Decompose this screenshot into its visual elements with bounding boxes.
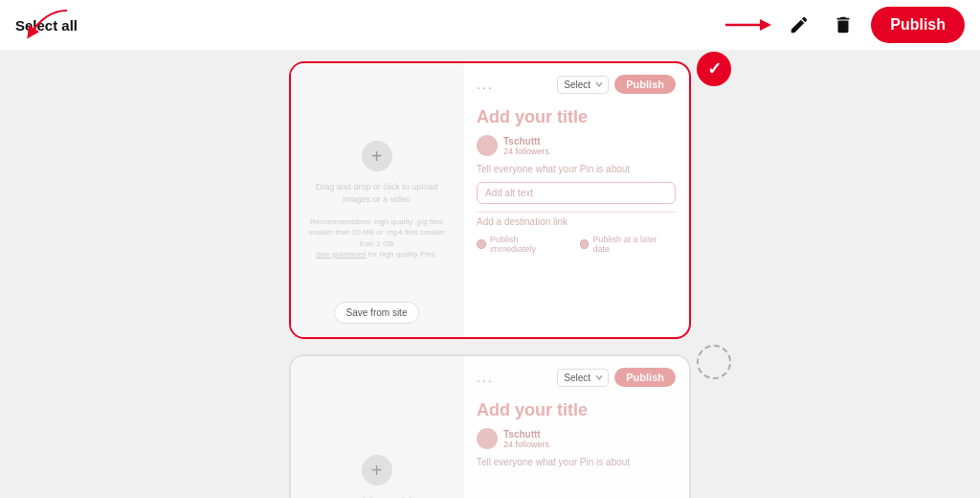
pin-details-area: ... Select Publish Add your title Tschut… bbox=[463, 63, 689, 337]
delete-button[interactable] bbox=[827, 9, 859, 41]
upload-recommendation: Recommendation: high quality .jpg files … bbox=[308, 216, 445, 260]
radio-later bbox=[580, 239, 590, 249]
upload-icon: + bbox=[362, 141, 392, 171]
header-actions: Publish bbox=[724, 7, 965, 43]
upload-area-2: + Drag and drop or click toupload images… bbox=[291, 356, 463, 498]
publish-later-label: Publish at a later date bbox=[592, 235, 676, 254]
pin-followers: 24 followers bbox=[503, 147, 549, 156]
select-all-area: Select all bbox=[15, 17, 78, 34]
selected-check-badge: ✓ bbox=[697, 52, 731, 86]
card-top-bar: ... Select Publish bbox=[477, 75, 676, 94]
card-top-bar-2: ... Select Publish bbox=[477, 368, 676, 387]
upload-text: Drag and drop or click to upload images … bbox=[302, 181, 451, 205]
publish-options: Publish immediately Publish at a later d… bbox=[477, 235, 676, 254]
destination-link-input[interactable]: Add a destination link bbox=[477, 212, 676, 227]
card-actions-2: Select Publish bbox=[557, 368, 676, 387]
pin-description: Tell everyone what your Pin is about bbox=[477, 164, 676, 174]
arrow-annotation bbox=[724, 14, 771, 35]
card-publish-button[interactable]: Publish bbox=[614, 75, 676, 94]
unselected-circle-badge bbox=[697, 345, 731, 379]
edit-icon bbox=[789, 14, 810, 35]
alt-text-input[interactable]: Add alt text bbox=[477, 182, 676, 204]
main-content: + Drag and drop or click to upload image… bbox=[0, 50, 980, 498]
pin-title[interactable]: Add your title bbox=[477, 107, 676, 127]
card-menu-dots-2[interactable]: ... bbox=[477, 370, 494, 385]
upload-area: + Drag and drop or click to upload image… bbox=[291, 63, 463, 337]
pin-followers-2: 24 followers bbox=[503, 440, 549, 449]
publish-button[interactable]: Publish bbox=[871, 7, 965, 43]
pin-details-area-2: ... Select Publish Add your title Tschut… bbox=[463, 356, 689, 498]
svg-marker-1 bbox=[760, 19, 771, 31]
pin-user-info-2: Tschuttt 24 followers bbox=[503, 429, 549, 449]
select-all-annotation-arrow bbox=[17, 7, 84, 41]
top-bar: Select all bbox=[0, 0, 980, 50]
board-select[interactable]: Select bbox=[557, 76, 609, 94]
pin-user-info: Tschuttt 24 followers bbox=[503, 136, 549, 156]
radio-immediately bbox=[477, 239, 486, 249]
pin-description-2: Tell everyone what your Pin is about bbox=[477, 457, 676, 467]
trash-icon bbox=[833, 14, 854, 35]
pin-username-2: Tschuttt bbox=[503, 429, 549, 440]
upload-icon-2: + bbox=[362, 455, 392, 486]
pin-user-row-2: Tschuttt 24 followers bbox=[477, 428, 676, 449]
edit-button[interactable] bbox=[783, 9, 815, 41]
card-actions: Select Publish bbox=[557, 75, 676, 94]
pin-avatar bbox=[477, 135, 498, 156]
pin-card-1[interactable]: + Drag and drop or click to upload image… bbox=[289, 61, 691, 339]
pin-card-wrapper-2: + Drag and drop or click toupload images… bbox=[289, 354, 691, 498]
guidelines-link[interactable]: See guidelines bbox=[316, 250, 366, 259]
pin-avatar-2 bbox=[477, 428, 498, 449]
publish-immediately-label: Publish immediately bbox=[490, 235, 567, 254]
pin-title-2[interactable]: Add your title bbox=[477, 400, 676, 420]
board-select-2[interactable]: Select bbox=[557, 369, 609, 387]
pin-card-2[interactable]: + Drag and drop or click toupload images… bbox=[289, 354, 691, 498]
publish-immediately-option[interactable]: Publish immediately bbox=[477, 235, 567, 254]
save-from-site-button[interactable]: Save from site bbox=[334, 302, 420, 324]
pin-user-row: Tschuttt 24 followers bbox=[477, 135, 676, 156]
card-publish-button-2[interactable]: Publish bbox=[614, 368, 676, 387]
pin-card-wrapper-1: + Drag and drop or click to upload image… bbox=[289, 61, 691, 339]
pin-username: Tschuttt bbox=[503, 136, 549, 147]
publish-later-option[interactable]: Publish at a later date bbox=[580, 235, 676, 254]
card-menu-dots[interactable]: ... bbox=[477, 77, 494, 92]
